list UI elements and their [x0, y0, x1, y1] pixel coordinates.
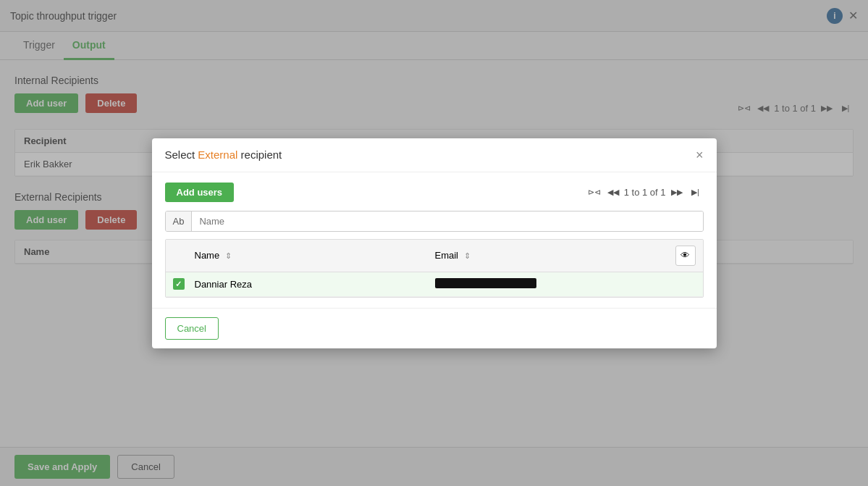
row-checkbox[interactable]: [173, 278, 185, 290]
email-masked: [435, 278, 536, 288]
modal-next-page-btn[interactable]: ▶▶: [669, 184, 685, 200]
modal-title-suffix: recipient: [237, 148, 282, 161]
modal-close-button[interactable]: ×: [696, 148, 704, 162]
modal-title-prefix: Select: [165, 148, 198, 161]
modal-dialog: Select External recipient × Add users ⊳⊲…: [152, 138, 717, 348]
modal-col-email: Email ⇕: [435, 250, 675, 261]
modal-col-name: Name ⇕: [195, 250, 435, 261]
modal-title: Select External recipient: [165, 148, 282, 161]
modal-title-bar: Select External recipient ×: [152, 138, 717, 172]
modal-toolbar: Add users ⊳⊲ ◀◀ 1 to 1 of 1 ▶▶ ▶|: [165, 183, 704, 202]
eye-icon: 👁: [681, 250, 690, 261]
modal-pagination: ⊳⊲ ◀◀ 1 to 1 of 1 ▶▶ ▶|: [586, 184, 704, 200]
modal-cancel-button[interactable]: Cancel: [165, 317, 219, 340]
modal-first-page-btn[interactable]: ⊳⊲: [586, 184, 602, 200]
main-window: Topic throughput trigger i ✕ Trigger Out…: [0, 0, 868, 486]
row-name: Danniar Reza: [195, 279, 435, 290]
email-sort-icon[interactable]: ⇕: [464, 251, 471, 260]
name-sort-icon[interactable]: ⇕: [225, 251, 232, 260]
row-email: [435, 278, 675, 290]
row-checkbox-col: [173, 278, 195, 290]
modal-overlay: Select External recipient × Add users ⊳⊲…: [0, 0, 868, 486]
modal-prev-page-btn[interactable]: ◀◀: [605, 184, 621, 200]
add-users-button[interactable]: Add users: [165, 183, 235, 202]
modal-table: Name ⇕ Email ⇕ 👁: [165, 239, 704, 298]
modal-body: Add users ⊳⊲ ◀◀ 1 to 1 of 1 ▶▶ ▶| Ab: [152, 172, 717, 308]
modal-last-page-btn[interactable]: ▶|: [688, 184, 704, 200]
search-ab-label: Ab: [166, 211, 193, 231]
modal-title-external: External: [198, 148, 237, 161]
visibility-toggle-button[interactable]: 👁: [675, 246, 696, 266]
modal-footer: Cancel: [152, 308, 717, 348]
modal-table-row: Danniar Reza: [166, 272, 703, 297]
modal-pagination-text: 1 to 1 of 1: [624, 187, 666, 198]
modal-table-header-row: Name ⇕ Email ⇕ 👁: [166, 240, 703, 272]
search-row: Ab: [165, 211, 704, 232]
search-input[interactable]: [192, 211, 702, 231]
